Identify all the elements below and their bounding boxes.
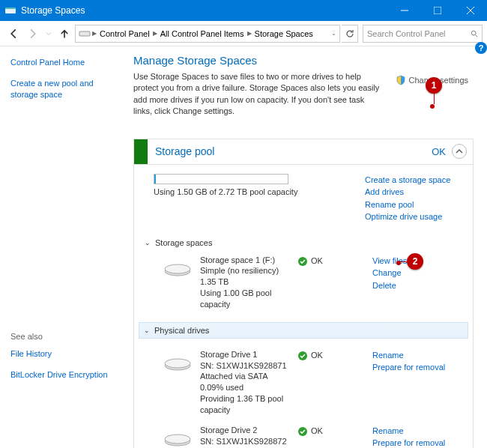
status-color-bar bbox=[134, 139, 148, 164]
pool-title: Storage pool bbox=[148, 145, 432, 157]
pool-usage-text: Using 1.50 GB of 2.72 TB pool capacity bbox=[154, 187, 354, 196]
pool-usage-bar bbox=[154, 174, 288, 184]
drive-attach: Attached via SATA bbox=[200, 371, 290, 382]
page-description: Use Storage Spaces to save files to two … bbox=[133, 71, 381, 118]
link-optimize[interactable]: Optimize drive usage bbox=[365, 211, 462, 223]
physical-drives-header[interactable]: ⌄ Physical drives bbox=[139, 322, 468, 339]
refresh-button[interactable] bbox=[342, 25, 358, 43]
svg-rect-1 bbox=[5, 7, 16, 9]
drive-icon bbox=[163, 428, 193, 448]
link-create-space[interactable]: Create a storage space bbox=[365, 174, 462, 187]
breadcrumb-dropdown-icon[interactable]: ⌄ bbox=[331, 30, 336, 37]
sidebar-link-file-history[interactable]: File History bbox=[10, 348, 120, 359]
collapse-button[interactable] bbox=[452, 144, 467, 159]
drive-serial: SN: S1XWJ1KS928872 bbox=[200, 436, 290, 447]
window-title: Storage Spaces bbox=[21, 5, 388, 16]
svg-rect-3 bbox=[434, 7, 441, 14]
space-status: OK bbox=[297, 255, 365, 310]
help-button[interactable]: ? bbox=[475, 42, 487, 54]
link-prepare-removal[interactable]: Prepare for removal bbox=[372, 437, 462, 448]
page-title: Manage Storage Spaces bbox=[133, 54, 474, 67]
drive-status: OK bbox=[297, 349, 365, 416]
drive-status: OK bbox=[297, 425, 365, 448]
storage-space-item: Storage space 1 (F:) Simple (no resilien… bbox=[145, 250, 462, 315]
drive-provide: Providing 1.36 TB pool capacity bbox=[200, 393, 290, 416]
sidebar: Control Panel Home Create a new pool and… bbox=[0, 46, 130, 448]
svg-point-7 bbox=[471, 31, 476, 35]
back-button[interactable] bbox=[4, 25, 22, 43]
link-rename[interactable]: Rename bbox=[372, 425, 462, 438]
chevron-right-icon: ▶ bbox=[153, 30, 157, 37]
svg-point-10 bbox=[165, 264, 190, 273]
sidebar-link-bitlocker[interactable]: BitLocker Drive Encryption bbox=[10, 369, 120, 380]
chevron-right-icon: ▶ bbox=[247, 30, 252, 37]
drive-actions: Rename Prepare for removal bbox=[372, 349, 462, 416]
forward-button[interactable] bbox=[24, 25, 42, 43]
space-name: Storage space 1 (F:) bbox=[200, 255, 290, 266]
space-actions: View files Change Delete 2 bbox=[372, 255, 462, 310]
pool-actions: Create a storage space Add drives Rename… bbox=[365, 174, 462, 223]
ok-icon bbox=[297, 256, 308, 267]
minimize-button[interactable] bbox=[388, 0, 421, 21]
breadcrumb-crumb[interactable]: Storage Spaces bbox=[253, 29, 315, 38]
drive-icon bbox=[163, 258, 193, 279]
pool-status: OK bbox=[432, 146, 446, 157]
svg-point-13 bbox=[165, 359, 190, 368]
drive-serial: SN: S1XWJ1KS928871 bbox=[200, 360, 290, 372]
drive-name: Storage Drive 2 bbox=[200, 425, 290, 436]
sidebar-link-create-pool[interactable]: Create a new pool and storage space bbox=[10, 78, 120, 100]
breadcrumb[interactable]: ▶ Control Panel ▶ All Control Panel Item… bbox=[75, 25, 340, 43]
annotation-1: 1 bbox=[426, 77, 442, 94]
recent-dropdown[interactable] bbox=[43, 25, 54, 43]
breadcrumb-crumb[interactable]: All Control Panel Items bbox=[159, 29, 246, 38]
window-titlebar: Storage Spaces bbox=[0, 0, 487, 21]
svg-rect-6 bbox=[79, 31, 90, 36]
see-also-label: See also bbox=[10, 332, 120, 341]
sidebar-link-home[interactable]: Control Panel Home bbox=[10, 57, 120, 67]
link-delete[interactable]: Delete bbox=[372, 279, 462, 292]
up-button[interactable] bbox=[55, 25, 73, 43]
annotation-2: 2 bbox=[407, 253, 423, 270]
search-input[interactable] bbox=[367, 29, 471, 38]
drive-actions: Rename Prepare for removal bbox=[372, 425, 462, 448]
space-usage: Using 1.00 GB pool capacity bbox=[200, 288, 290, 310]
ok-icon bbox=[297, 426, 308, 437]
link-rename[interactable]: Rename bbox=[372, 349, 462, 362]
link-add-drives[interactable]: Add drives bbox=[365, 186, 462, 199]
navigation-bar: ▶ Control Panel ▶ All Control Panel Item… bbox=[0, 21, 487, 46]
app-icon bbox=[4, 4, 16, 16]
drive-used: 0.09% used bbox=[200, 382, 290, 393]
storage-spaces-label: Storage spaces bbox=[155, 238, 212, 247]
shield-icon bbox=[396, 75, 406, 85]
search-icon bbox=[471, 29, 478, 38]
chevron-right-icon: ▶ bbox=[92, 30, 97, 37]
link-rename-pool[interactable]: Rename pool bbox=[365, 199, 462, 211]
physical-drive-item: Storage Drive 1 SN: S1XWJ1KS928871 Attac… bbox=[145, 345, 462, 420]
annotation-1-dot bbox=[430, 104, 435, 109]
content-pane: ? Manage Storage Spaces Use Storage Spac… bbox=[130, 46, 487, 448]
physical-drive-item: Storage Drive 2 SN: S1XWJ1KS928872 Attac… bbox=[145, 420, 462, 448]
drive-icon bbox=[163, 352, 193, 373]
maximize-button[interactable] bbox=[421, 0, 454, 21]
chevron-up-icon bbox=[456, 148, 463, 155]
drive-name: Storage Drive 1 bbox=[200, 349, 290, 360]
storage-spaces-header[interactable]: ⌄ Storage spaces bbox=[145, 235, 462, 250]
pool-header: Storage pool OK bbox=[134, 139, 473, 165]
ok-icon bbox=[297, 351, 308, 361]
chevron-down-icon: ⌄ bbox=[145, 239, 151, 246]
svg-line-8 bbox=[476, 34, 478, 37]
drive-icon bbox=[79, 28, 91, 40]
breadcrumb-crumb[interactable]: Control Panel bbox=[98, 29, 151, 38]
chevron-down-icon: ⌄ bbox=[144, 327, 150, 334]
search-box[interactable] bbox=[363, 25, 483, 43]
svg-point-16 bbox=[165, 435, 190, 444]
annotation-2-dot bbox=[396, 261, 401, 265]
space-resiliency: Simple (no resiliency) bbox=[200, 265, 290, 276]
space-size: 1.35 TB bbox=[200, 276, 290, 288]
physical-drives-label: Physical drives bbox=[154, 326, 209, 335]
link-prepare-removal[interactable]: Prepare for removal bbox=[372, 361, 462, 374]
close-button[interactable] bbox=[454, 0, 487, 21]
storage-pool-panel: Storage pool OK Using 1.50 GB of 2.72 TB… bbox=[133, 139, 474, 448]
